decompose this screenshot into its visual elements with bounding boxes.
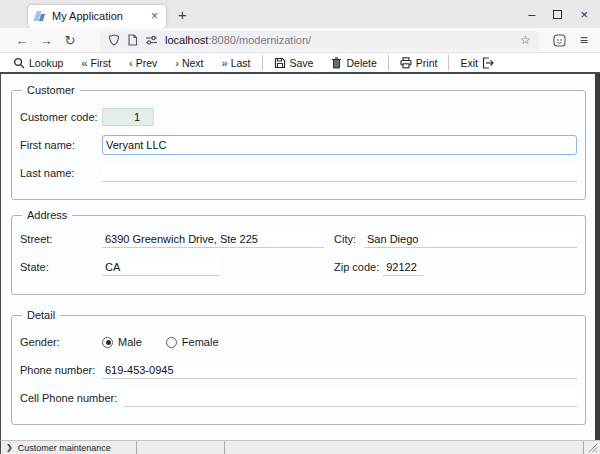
chevron-left-icon: ‹ [129, 57, 132, 69]
last-button[interactable]: » Last [213, 55, 260, 71]
chevron-right-icon: › [175, 57, 178, 69]
navbar-right: ≡ [553, 32, 590, 48]
back-button[interactable]: ← [10, 33, 34, 48]
status-segment-main[interactable]: ❯ Customer maintenance [1, 441, 137, 454]
cell-phone-row: Cell Phone number: [12, 384, 585, 412]
male-radio-label: Male [118, 336, 142, 348]
new-tab-button[interactable]: + [178, 6, 187, 23]
customer-code-label: Customer code: [20, 111, 102, 123]
toolbar-separator [388, 55, 389, 70]
window-close-button[interactable]: × [580, 8, 588, 21]
chevron-right-icon: ❯ [6, 443, 13, 452]
save-icon [274, 57, 286, 69]
address-section: Address Street: City: State: Zip code: [11, 215, 586, 295]
bookmark-star-icon[interactable]: ☆ [520, 33, 531, 47]
url-path: :8080/modernization/ [208, 34, 311, 46]
window-controls: – × [528, 8, 600, 21]
prev-button[interactable]: ‹ Prev [120, 55, 166, 71]
street-input[interactable] [102, 231, 324, 248]
male-radio[interactable] [102, 337, 113, 348]
double-chevron-right-icon: » [222, 57, 227, 69]
url-text[interactable]: localhost:8080/modernization/ [165, 34, 513, 46]
first-name-row: First name: [12, 131, 585, 159]
phone-label: Phone number: [20, 364, 102, 376]
phone-input[interactable] [102, 362, 577, 379]
customer-code-input[interactable] [102, 108, 154, 126]
phone-row: Phone number: [12, 356, 585, 384]
browser-tab[interactable]: My Application × [28, 5, 166, 28]
address-legend: Address [22, 209, 72, 222]
detail-section: Detail Gender: Male Female Phone number:… [11, 315, 586, 425]
print-button[interactable]: Print [391, 55, 447, 71]
female-radio[interactable] [166, 337, 177, 348]
last-name-row: Last name: [12, 159, 585, 187]
first-button[interactable]: « First [72, 55, 120, 71]
exit-icon [482, 57, 494, 69]
last-name-input[interactable] [102, 165, 577, 182]
account-icon[interactable] [553, 34, 566, 47]
tab-title: My Application [52, 10, 149, 22]
url-bar[interactable]: localhost:8080/modernization/ ☆ [100, 31, 539, 50]
status-bar: ❯ Customer maintenance [0, 440, 600, 454]
zip-code-input[interactable] [383, 259, 423, 276]
printer-icon [400, 57, 412, 69]
menu-hamburger-icon[interactable]: ≡ [580, 32, 588, 48]
cell-phone-input[interactable] [124, 390, 577, 407]
city-input[interactable] [364, 231, 577, 248]
detail-legend: Detail [22, 309, 60, 322]
state-zip-row: State: Zip code: [12, 253, 585, 281]
first-name-input[interactable] [102, 135, 577, 155]
reload-button[interactable]: ↻ [58, 33, 82, 48]
resize-grip[interactable] [584, 441, 600, 454]
gender-label: Gender: [20, 336, 102, 348]
page-info-icon[interactable] [127, 34, 138, 46]
shield-icon[interactable] [108, 34, 120, 46]
trash-icon [331, 57, 342, 69]
status-text: Customer maintenance [18, 443, 111, 453]
street-city-row: Street: City: [12, 225, 585, 253]
cell-phone-label: Cell Phone number: [20, 392, 124, 404]
status-segment-3 [225, 441, 584, 454]
app-favicon-icon [34, 10, 46, 22]
toolbar-separator [448, 55, 449, 70]
street-label: Street: [20, 233, 102, 245]
exit-button[interactable]: Exit [451, 55, 503, 71]
city-label: City: [334, 233, 356, 245]
browser-navbar: ← → ↻ localhost:8080/modernization/ ☆ ≡ [0, 28, 600, 53]
url-host: localhost [165, 34, 208, 46]
customer-code-row: Customer code: [12, 103, 585, 131]
female-radio-label: Female [182, 336, 219, 348]
lookup-button[interactable]: Lookup [4, 55, 72, 71]
search-icon [13, 57, 25, 69]
minimize-button[interactable]: – [528, 8, 535, 21]
title-bar: My Application × + – × [0, 0, 600, 28]
save-button[interactable]: Save [265, 55, 323, 71]
browser-window: My Application × + – × ← → ↻ localhost:8… [0, 0, 600, 454]
app-toolbar: Lookup « First ‹ Prev › Next » Last Save… [0, 53, 600, 74]
toolbar-separator [262, 55, 263, 70]
permissions-tune-icon[interactable] [145, 35, 158, 45]
status-segment-2 [137, 441, 225, 454]
state-label: State: [20, 261, 102, 273]
zip-code-label: Zip code: [334, 261, 379, 273]
form-content: Customer Customer code: First name: Last… [0, 74, 595, 440]
customer-section: Customer Customer code: First name: Last… [11, 90, 586, 200]
maximize-button[interactable] [553, 10, 562, 19]
first-name-label: First name: [20, 139, 102, 151]
double-chevron-left-icon: « [81, 57, 86, 69]
tab-close-icon[interactable]: × [149, 9, 160, 23]
gender-row: Gender: Male Female [12, 328, 585, 356]
delete-button[interactable]: Delete [322, 55, 385, 71]
forward-button[interactable]: → [34, 33, 58, 48]
customer-legend: Customer [22, 84, 80, 97]
next-button[interactable]: › Next [166, 55, 212, 71]
last-name-label: Last name: [20, 167, 102, 179]
state-input[interactable] [102, 259, 219, 276]
